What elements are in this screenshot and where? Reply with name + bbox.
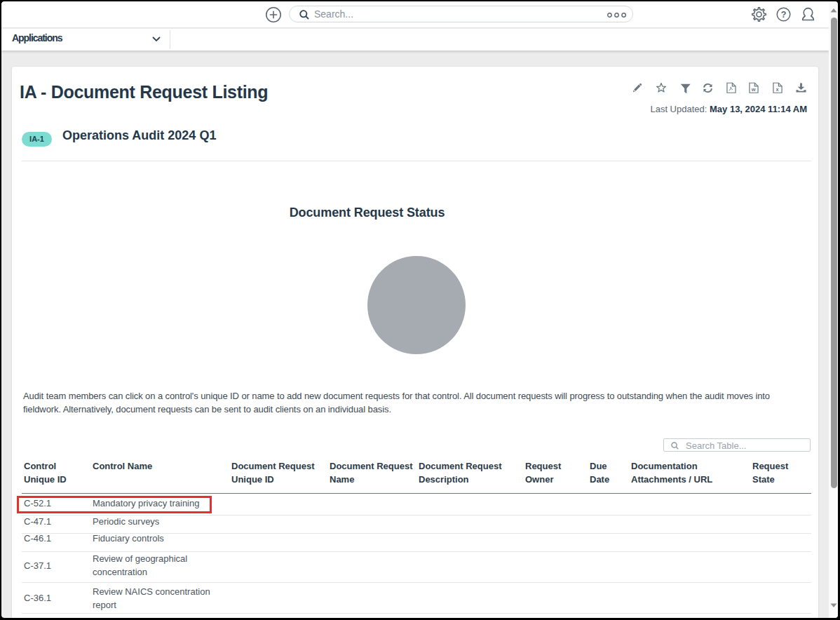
svg-text:w: w <box>751 86 756 92</box>
svg-text:x: x <box>775 86 779 92</box>
svg-text:?: ? <box>781 10 787 20</box>
